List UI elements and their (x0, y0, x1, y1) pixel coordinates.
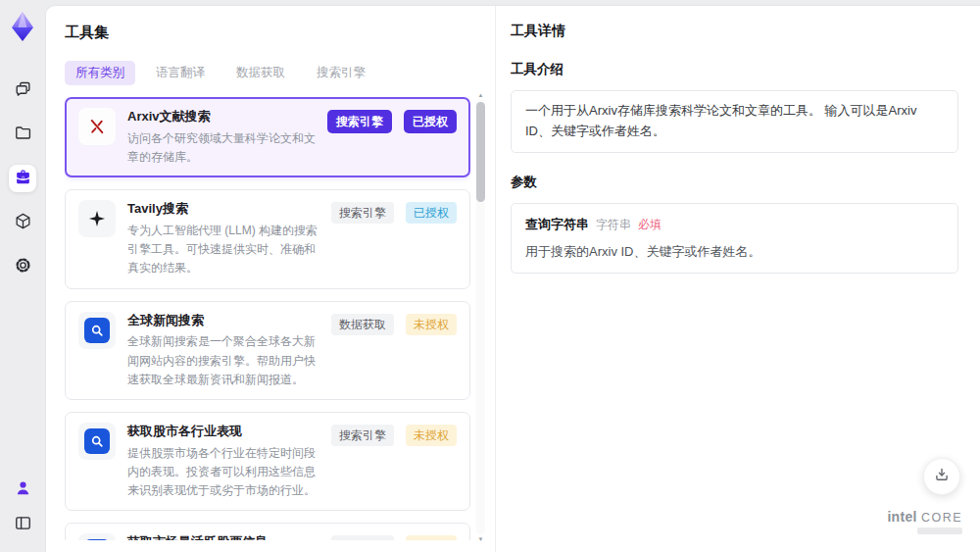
brand-subtext (917, 527, 962, 534)
sidebar-item-panel-toggle[interactable] (9, 511, 36, 538)
param-box: 查询字符串 字符串 必填 用于搜索的Arxiv ID、关键字或作者姓名。 (511, 203, 958, 275)
tool-card[interactable]: Tavily搜索 专为人工智能代理 (LLM) 构建的搜索引擎工具。可快速提供实… (65, 189, 470, 288)
scroll-down-icon[interactable]: ▼ (475, 534, 486, 544)
tools-list: Arxiv文献搜索 访问各个研究领域大量科学论文和文章的存储库。 搜索引擎 已授… (65, 97, 470, 540)
intel-wordmark: intel (887, 509, 916, 525)
scrollbar-track[interactable] (476, 100, 485, 534)
chat-icon (14, 79, 32, 102)
folder-icon (14, 124, 32, 146)
tool-info: Arxiv文献搜索 访问各个研究领域大量科学论文和文章的存储库。 (127, 108, 316, 167)
tool-badges: 搜索引擎 未授权 (331, 533, 457, 540)
tool-name: Tavily搜索 (127, 200, 319, 219)
param-head: 查询字符串 字符串 必填 (525, 216, 944, 233)
download-icon (933, 466, 951, 487)
tool-card[interactable]: 全球新闻搜索 全球新闻搜索是一个聚合全球各大新闻网站内容的搜索引擎。帮助用户快速… (65, 301, 470, 400)
auth-status-badge: 已授权 (404, 110, 457, 133)
tool-name: 全球新闻搜索 (127, 312, 319, 330)
category-badge: 搜索引擎 (331, 425, 394, 446)
tab-1[interactable]: 所有类别 (65, 61, 135, 85)
cube-icon (14, 212, 32, 234)
tool-info: Tavily搜索 专为人工智能代理 (LLM) 构建的搜索引擎工具。可快速提供实… (127, 200, 319, 277)
tool-icon (78, 312, 116, 349)
auth-status-badge: 未授权 (406, 425, 457, 446)
blue-search-icon (84, 318, 110, 343)
params-heading: 参数 (511, 174, 958, 191)
list-scrollbar[interactable]: ▲ ▼ (475, 90, 486, 544)
param-required-badge: 必填 (638, 217, 662, 233)
app-logo-icon (7, 10, 38, 43)
category-badge: 搜索引擎 (331, 202, 394, 224)
sidebar-item-chat[interactable] (9, 76, 36, 104)
tab-2[interactable]: 语言翻译 (145, 61, 216, 85)
tool-card[interactable]: 获取市场最活跃股票信息 提供当天交易量最高的股票列表。投资者可以利用这些信息来识… (65, 523, 470, 540)
intel-core-logo: intel CORE (887, 509, 962, 534)
intro-heading: 工具介绍 (511, 61, 958, 78)
tavily-sparkle-icon (86, 208, 108, 229)
tool-badges: 搜索引擎 未授权 (331, 423, 457, 500)
category-badge: 搜索引擎 (331, 535, 394, 540)
tool-description: 访问各个研究领域大量科学论文和文章的存储库。 (127, 129, 316, 167)
tool-badges: 搜索引擎 已授权 (331, 200, 457, 277)
tool-card[interactable]: Arxiv文献搜索 访问各个研究领域大量科学论文和文章的存储库。 搜索引擎 已授… (65, 97, 470, 177)
category-badge: 搜索引擎 (327, 110, 392, 133)
param-name: 查询字符串 (525, 216, 589, 233)
tool-badges: 数据获取 未授权 (331, 312, 457, 389)
tool-name: Arxiv文献搜索 (127, 108, 316, 126)
tool-description: 专为人工智能代理 (LLM) 构建的搜索引擎工具。可快速提供实时、准确和真实的结… (127, 222, 319, 278)
tool-icon (78, 423, 116, 460)
tab-4[interactable]: 搜索引擎 (306, 61, 376, 85)
app-sidebar (0, 0, 45, 552)
sidebar-item-user[interactable] (9, 476, 36, 503)
detail-title: 工具详情 (511, 23, 958, 40)
sidebar-item-settings[interactable] (9, 253, 36, 280)
tool-info: 全球新闻搜索 全球新闻搜索是一个聚合全球各大新闻网站内容的搜索引擎。帮助用户快速… (127, 312, 319, 389)
sidebar-bottom (9, 476, 36, 552)
tool-description: 全球新闻搜索是一个聚合全球各大新闻网站内容的搜索引擎。帮助用户快速获取全球最新资… (127, 332, 319, 389)
auth-status-badge: 已授权 (406, 202, 457, 224)
tool-info: 获取股市各行业表现 提供股票市场各个行业在特定时间段内的表现。投资者可以利用这些… (127, 423, 319, 500)
tool-card[interactable]: 获取股市各行业表现 提供股票市场各个行业在特定时间段内的表现。投资者可以利用这些… (65, 412, 470, 511)
tools-panel: 工具集 所有类别语言翻译数据获取搜索引擎 Arxiv文献搜索 访问各个研究领域大… (46, 6, 496, 552)
blue-search-icon (84, 539, 110, 540)
tool-intro-text: 一个用于从Arxiv存储库搜索科学论文和文章的工具。 输入可以是Arxiv ID… (525, 103, 916, 138)
tool-description: 提供股票市场各个行业在特定时间段内的表现。投资者可以利用这些信息来识别表现优于或… (127, 444, 319, 501)
panel-icon (14, 514, 32, 536)
param-type: 字符串 (596, 217, 631, 233)
detail-panel: 工具详情 工具介绍 一个用于从Arxiv存储库搜索科学论文和文章的工具。 输入可… (496, 6, 980, 552)
scroll-up-icon[interactable]: ▲ (475, 90, 486, 100)
scrollbar-thumb[interactable] (476, 102, 485, 202)
tool-name: 获取市场最活跃股票信息 (127, 533, 319, 540)
gear-icon (14, 256, 32, 278)
sidebar-item-tools[interactable] (9, 165, 36, 192)
download-button[interactable] (923, 458, 960, 495)
arxiv-logo-icon (86, 116, 108, 137)
category-tabs: 所有类别语言翻译数据获取搜索引擎 (65, 61, 495, 85)
tool-intro-box: 一个用于从Arxiv存储库搜索科学论文和文章的工具。 输入可以是Arxiv ID… (511, 90, 958, 153)
tool-badges: 搜索引擎 已授权 (327, 108, 457, 167)
tool-icon (78, 200, 116, 237)
user-icon (14, 478, 32, 501)
sidebar-item-files[interactable] (9, 121, 36, 148)
blue-search-icon (84, 428, 110, 454)
main-content: 工具集 所有类别语言翻译数据获取搜索引擎 Arxiv文献搜索 访问各个研究领域大… (45, 5, 980, 552)
auth-status-badge: 未授权 (406, 314, 457, 335)
briefcase-icon (14, 168, 32, 190)
sidebar-item-packages[interactable] (9, 209, 36, 236)
category-badge: 数据获取 (331, 314, 394, 335)
tab-3[interactable]: 数据获取 (225, 61, 296, 85)
param-desc: 用于搜索的Arxiv ID、关键字或作者姓名。 (525, 242, 944, 262)
tool-name: 获取股市各行业表现 (127, 423, 319, 441)
sidebar-nav (9, 76, 36, 280)
auth-status-badge: 未授权 (406, 535, 457, 540)
page-title: 工具集 (65, 24, 495, 42)
tool-icon (78, 533, 116, 540)
tool-icon (78, 108, 116, 145)
tool-info: 获取市场最活跃股票信息 提供当天交易量最高的股票列表。投资者可以利用这些信息来识… (127, 533, 319, 540)
core-wordmark: CORE (921, 511, 962, 525)
